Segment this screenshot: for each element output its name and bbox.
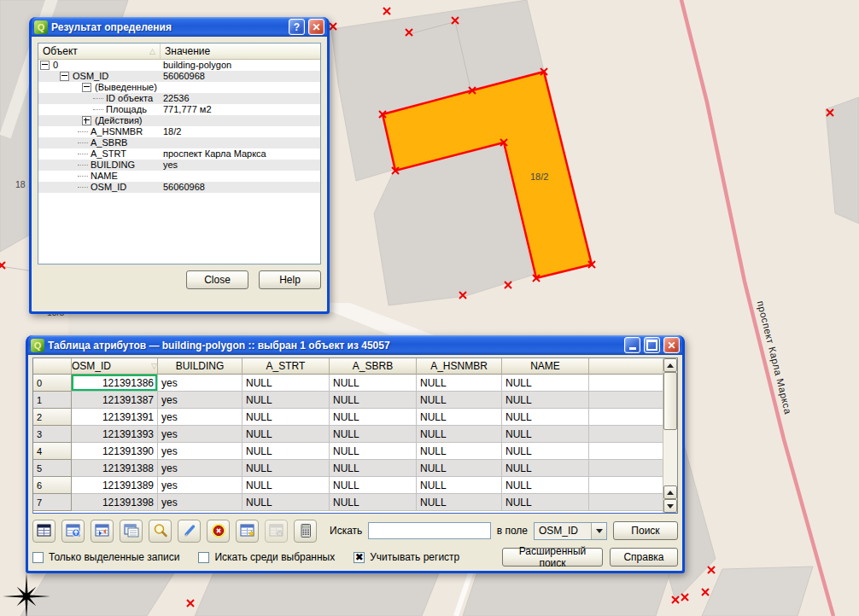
tree-row[interactable]: A_STRT проспект Карла Маркса bbox=[38, 148, 320, 160]
toggle-editing-button[interactable] bbox=[178, 520, 201, 543]
maximize-icon bbox=[646, 340, 657, 351]
case-sensitive-checkbox[interactable] bbox=[354, 552, 365, 563]
table-row[interactable]: 6 121391389 yes NULL NULL NULL NULL bbox=[33, 477, 677, 494]
column-header-name[interactable]: NAME bbox=[502, 358, 589, 375]
scroll-up-button-bottom[interactable] bbox=[663, 485, 677, 499]
scrollbar-track[interactable] bbox=[663, 430, 677, 485]
vertical-scrollbar[interactable] bbox=[663, 358, 677, 513]
close-window-button[interactable]: ✕ bbox=[663, 337, 680, 353]
delete-column-button[interactable] bbox=[265, 520, 288, 543]
tree-header: Объект △ Значение bbox=[38, 44, 320, 60]
table-row[interactable]: 1 121391387 yes NULL NULL NULL NULL bbox=[33, 392, 677, 409]
column-header-a-hsnmbr[interactable]: A_HSNMBR bbox=[417, 358, 502, 375]
delete-column-icon bbox=[268, 522, 285, 539]
only-selected-checkbox[interactable] bbox=[32, 552, 44, 563]
attribute-table-options: Только выделенные записи Искать среди вы… bbox=[32, 547, 678, 567]
chevron-down-icon[interactable] bbox=[591, 523, 606, 539]
tree-row[interactable]: A_SBRB bbox=[38, 137, 320, 148]
tree-row[interactable]: ID объекта 22536 bbox=[38, 93, 320, 104]
unselect-all-button[interactable] bbox=[32, 520, 56, 543]
column-header-a-strt[interactable]: A_STRT bbox=[243, 358, 330, 375]
arrow-up-icon bbox=[667, 363, 674, 368]
screen: 18/2 18/8 18 проспект Карла Маркса Q Рез… bbox=[0, 0, 859, 616]
minimize-window-button[interactable] bbox=[624, 337, 640, 353]
close-window-button[interactable]: ✕ bbox=[308, 19, 324, 35]
qgis-logo-icon: Q bbox=[31, 339, 44, 352]
field-calculator-button[interactable] bbox=[294, 520, 317, 543]
attribute-grid[interactable]: OSM_ID ▽ BUILDING A_STRT A_SBRB A_HSNMBR… bbox=[32, 357, 678, 514]
move-selection-to-top-button[interactable] bbox=[61, 520, 85, 543]
collapse-icon[interactable] bbox=[40, 61, 50, 70]
only-selected-label: Только выделенные записи bbox=[49, 551, 179, 563]
help-window-button[interactable]: ? bbox=[289, 19, 305, 35]
only-selected-checkbox-group[interactable]: Только выделенные записи bbox=[32, 551, 179, 563]
field-calculator-icon bbox=[297, 522, 314, 539]
table-row[interactable]: 5 121391388 yes NULL NULL NULL NULL bbox=[33, 460, 677, 477]
tree-row[interactable]: A_HSNMBR 18/2 bbox=[38, 126, 320, 137]
zoom-to-selection-icon bbox=[152, 522, 169, 539]
delete-selected-icon bbox=[210, 522, 227, 539]
tree-header-object[interactable]: Объект △ bbox=[38, 44, 161, 59]
unselect-all-icon bbox=[36, 522, 53, 539]
tree-branch-line bbox=[78, 154, 88, 154]
tree-branch-line bbox=[78, 165, 88, 166]
search-button[interactable]: Поиск bbox=[613, 521, 678, 540]
tree-row[interactable]: 0 building-polygon bbox=[38, 60, 320, 71]
copy-selected-rows-button[interactable] bbox=[120, 520, 143, 543]
search-selected-checkbox[interactable] bbox=[198, 552, 209, 563]
new-column-button[interactable] bbox=[236, 520, 259, 543]
attribute-table-titlebar[interactable]: Q Таблица атрибутов — building-polygon :… bbox=[28, 335, 682, 355]
help-button[interactable]: Справка bbox=[610, 548, 678, 567]
search-selected-checkbox-group[interactable]: Искать среди выбранных bbox=[198, 551, 335, 563]
search-label: Искать bbox=[330, 525, 362, 537]
tree-branch-line bbox=[93, 109, 103, 110]
column-header-osm-id[interactable]: OSM_ID ▽ bbox=[72, 358, 158, 375]
invert-selection-button[interactable] bbox=[91, 520, 114, 543]
advanced-search-button[interactable]: Расширенный поиск bbox=[502, 548, 603, 567]
collapse-icon[interactable] bbox=[60, 72, 69, 81]
scroll-down-button[interactable] bbox=[663, 499, 677, 513]
row-number-header bbox=[33, 358, 72, 375]
field-select-value: OSM_ID bbox=[535, 525, 591, 537]
tree-header-value[interactable]: Значение bbox=[161, 44, 320, 59]
arrow-down-icon bbox=[667, 504, 674, 508]
scrollbar-thumb[interactable] bbox=[663, 372, 677, 430]
table-row[interactable]: 7 121391398 yes NULL NULL NULL NULL bbox=[33, 494, 677, 511]
collapse-icon[interactable] bbox=[82, 83, 91, 92]
tree-row[interactable]: OSM_ID 56060968 bbox=[38, 71, 320, 82]
field-select[interactable]: OSM_ID bbox=[534, 522, 607, 540]
toggle-editing-icon bbox=[181, 522, 198, 539]
qgis-logo-icon: Q bbox=[34, 20, 48, 34]
scroll-up-button[interactable] bbox=[663, 358, 677, 372]
tree-branch-line bbox=[78, 142, 88, 143]
house-number-label: 18/2 bbox=[530, 171, 548, 182]
help-button[interactable]: Help bbox=[259, 270, 321, 289]
table-row[interactable]: 2 121391391 yes NULL NULL NULL NULL bbox=[33, 409, 677, 426]
tree-row[interactable]: OSM_ID 56060968 bbox=[38, 182, 320, 193]
expand-icon[interactable] bbox=[82, 116, 91, 125]
tree-row[interactable]: (Выведенные) bbox=[38, 82, 320, 93]
copy-selected-rows-icon bbox=[123, 522, 140, 539]
case-sensitive-checkbox-group[interactable]: Учитывать регистр bbox=[354, 551, 459, 563]
close-button[interactable]: Close bbox=[186, 270, 248, 289]
maximize-window-button[interactable] bbox=[644, 337, 660, 353]
zoom-to-selection-button[interactable] bbox=[149, 520, 172, 543]
identify-results-tree[interactable]: Объект △ Значение 0 building-polygon OSM… bbox=[38, 43, 321, 264]
attribute-table-window-title: Таблица атрибутов — building-polygon :: … bbox=[48, 340, 621, 352]
table-row[interactable]: 4 121391390 yes NULL NULL NULL NULL bbox=[33, 443, 677, 460]
tree-row[interactable]: (Действия) bbox=[38, 115, 320, 126]
attribute-table-toolbar: Искать в поле OSM_ID Поиск bbox=[32, 519, 678, 543]
search-input[interactable] bbox=[368, 522, 490, 539]
tree-row[interactable]: Площадь 771,777 м2 bbox=[38, 104, 320, 115]
tree-row[interactable]: BUILDING yes bbox=[38, 160, 320, 171]
attribute-table-window: Q Таблица атрибутов — building-polygon :… bbox=[26, 335, 685, 573]
table-row[interactable]: 0 121391386 yes NULL NULL NULL NULL bbox=[33, 375, 677, 392]
column-header-building[interactable]: BUILDING bbox=[158, 358, 243, 375]
tree-row[interactable]: NAME bbox=[38, 171, 320, 182]
selected-cell: 121391386 bbox=[72, 375, 158, 392]
delete-selected-button[interactable] bbox=[207, 520, 230, 543]
identify-titlebar[interactable]: Q Результат определения ? ✕ bbox=[32, 17, 327, 37]
invert-selection-icon bbox=[94, 522, 111, 539]
table-row[interactable]: 3 121391393 yes NULL NULL NULL NULL bbox=[33, 426, 677, 443]
column-header-a-sbrb[interactable]: A_SBRB bbox=[330, 358, 417, 375]
